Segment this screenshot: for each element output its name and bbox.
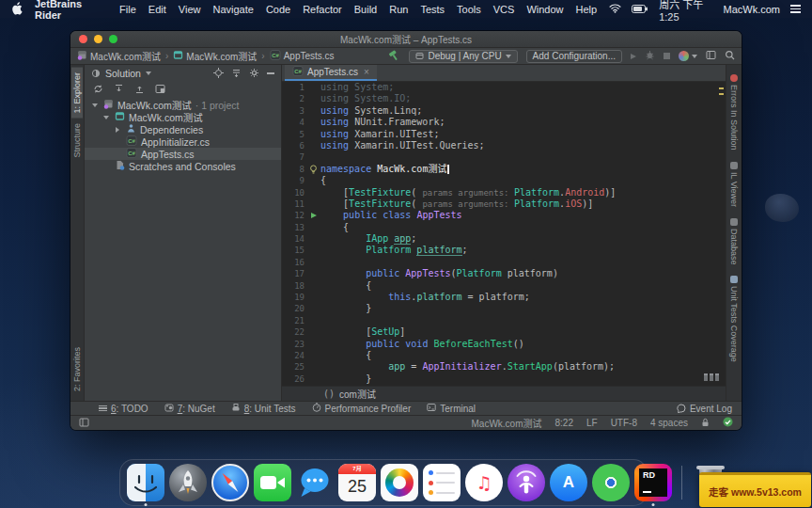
menu-build[interactable]: Build bbox=[354, 4, 377, 15]
dock-finder-icon[interactable] bbox=[127, 464, 164, 501]
window-titlebar[interactable]: MacWk.com测试 – AppTests.cs bbox=[70, 31, 742, 48]
dock-messages-icon[interactable] bbox=[296, 464, 334, 501]
dock-podcasts-icon[interactable] bbox=[508, 464, 545, 501]
search-everywhere-icon[interactable] bbox=[725, 50, 735, 62]
menu-view[interactable]: View bbox=[179, 4, 201, 15]
tab-apptests[interactable]: C# AppTests.cs × bbox=[285, 65, 377, 81]
gutter-slot bbox=[306, 257, 320, 268]
status-item-2[interactable]: LF bbox=[586, 418, 598, 428]
wifi-icon[interactable] bbox=[609, 4, 621, 15]
error-stripe-mark[interactable] bbox=[719, 93, 724, 95]
menu-refactor[interactable]: Refactor bbox=[303, 4, 342, 15]
tool-window-button-unit-tests[interactable]: 8: Unit Tests bbox=[231, 403, 296, 414]
text-cursor bbox=[447, 165, 449, 174]
notification-center-icon[interactable] bbox=[790, 3, 801, 14]
tool-strip-unit-tests-coverage[interactable]: Unit Tests Coverage bbox=[728, 270, 740, 368]
add-configuration-button[interactable]: Add Configuration... bbox=[526, 50, 622, 63]
menu-navigate[interactable]: Navigate bbox=[212, 4, 253, 15]
breadcrumb-item[interactable]: C#AppTests.cs bbox=[270, 50, 335, 62]
locate-file-icon[interactable] bbox=[213, 68, 224, 80]
menu-clock[interactable]: 周六 下午1:25 bbox=[659, 0, 712, 23]
line-number: 6 bbox=[282, 140, 306, 151]
event-log-button[interactable]: Event Log bbox=[677, 404, 732, 414]
menu-site-label[interactable]: MacWk.com bbox=[724, 4, 781, 15]
editor-breadcrumb-item[interactable]: com测试 bbox=[339, 387, 376, 401]
menu-run[interactable]: Run bbox=[389, 4, 408, 15]
refresh-icon[interactable] bbox=[93, 84, 103, 96]
menu-help[interactable]: Help bbox=[576, 4, 598, 15]
menu-tests[interactable]: Tests bbox=[420, 4, 445, 15]
menu-tools[interactable]: Tools bbox=[457, 4, 481, 15]
tool-strip-structure[interactable]: Structure bbox=[71, 119, 83, 163]
dock-rider-icon[interactable]: RD bbox=[634, 464, 672, 501]
tree-row-dependencies[interactable]: Dependencies bbox=[85, 123, 281, 135]
readonly-lock-icon[interactable] bbox=[701, 418, 710, 429]
tool-window-toggle-icon[interactable] bbox=[79, 418, 89, 429]
bulb-gutter-icon[interactable] bbox=[306, 164, 320, 175]
profiler-menu[interactable] bbox=[679, 51, 697, 61]
collapse-all-icon[interactable] bbox=[231, 68, 242, 80]
close-tab-icon[interactable]: × bbox=[364, 67, 369, 77]
stop-button-disabled[interactable] bbox=[664, 53, 670, 59]
breadcrumb-item[interactable]: MacWk.com测试 bbox=[173, 49, 257, 63]
tool-window-button-terminal[interactable]: Terminal bbox=[427, 403, 476, 414]
tree-row-appinitializer-cs[interactable]: C#AppInitializer.cs bbox=[85, 135, 281, 148]
gutter-slot bbox=[306, 361, 320, 373]
editor-breadcrumb-bar: () com测试 bbox=[282, 386, 726, 401]
hide-panel-icon[interactable] bbox=[267, 72, 274, 74]
dock-calendar-icon[interactable]: 7月25 bbox=[338, 464, 376, 501]
battery-icon[interactable] bbox=[632, 4, 648, 15]
menu-vcs[interactable]: VCS bbox=[493, 4, 515, 15]
debug-button-disabled[interactable] bbox=[645, 50, 655, 62]
expand-all-icon[interactable] bbox=[114, 84, 124, 96]
tool-window-button-todo[interactable]: 6: TODO bbox=[99, 404, 148, 414]
tree-row-apptests-cs[interactable]: C#AppTests.cs bbox=[85, 148, 281, 160]
tool-window-button-nuget[interactable]: 7: NuGet bbox=[164, 403, 215, 414]
dock-photos-icon[interactable] bbox=[381, 464, 418, 501]
inspections-status-icon[interactable] bbox=[723, 417, 733, 429]
menu-edit[interactable]: Edit bbox=[148, 4, 166, 15]
tool-strip-il-viewer[interactable]: IL Viewer bbox=[728, 156, 740, 213]
csharp-icon: C# bbox=[126, 135, 137, 148]
menu-file[interactable]: File bbox=[119, 4, 136, 15]
tool-strip-errors-in-solution[interactable]: Errors In Solution bbox=[728, 69, 740, 156]
settings-gear-icon[interactable] bbox=[249, 68, 259, 80]
menu-code[interactable]: Code bbox=[266, 4, 290, 15]
collapse-tree-icon[interactable] bbox=[134, 84, 145, 96]
dock-disc-icon[interactable] bbox=[592, 464, 630, 501]
apple-menu-icon[interactable] bbox=[11, 2, 23, 17]
tool-window-button-performance-profiler[interactable]: Performance Profiler bbox=[312, 403, 412, 414]
play-gutter-icon[interactable] bbox=[306, 210, 320, 221]
dock-facetime-icon[interactable] bbox=[254, 464, 291, 501]
breadcrumb-item[interactable]: MacWk.com测试 bbox=[77, 49, 161, 63]
error-stripe-mark[interactable] bbox=[719, 87, 724, 89]
dock-launchpad-icon[interactable] bbox=[169, 464, 207, 501]
dock-safari-icon[interactable] bbox=[211, 464, 249, 501]
menu-window[interactable]: Window bbox=[526, 4, 563, 15]
tool-windows-icon[interactable] bbox=[706, 50, 716, 62]
tree-row-scratches-and-consoles[interactable]: Scratches and Consoles bbox=[85, 160, 281, 172]
main-area: 1: ExplorerStructure 2: Favorites Soluti… bbox=[70, 65, 742, 401]
dock-reminders-icon[interactable] bbox=[423, 464, 461, 501]
dock-app-store-icon[interactable]: A bbox=[550, 464, 587, 501]
solution-panel-header[interactable]: Solution bbox=[85, 65, 281, 82]
run-configuration-select[interactable]: Debug | Any CPU bbox=[409, 50, 517, 63]
profiler-icon bbox=[679, 51, 689, 61]
tool-strip-1-explorer[interactable]: 1: Explorer bbox=[71, 68, 83, 119]
tool-strip-database[interactable]: Database bbox=[728, 213, 740, 271]
gutter-slot bbox=[306, 129, 320, 140]
status-item-0[interactable]: MacWk.com测试 bbox=[471, 416, 541, 430]
status-item-4[interactable]: 4 spaces bbox=[650, 418, 688, 428]
status-item-3[interactable]: UTF-8 bbox=[611, 418, 637, 428]
panel-layout-icon[interactable] bbox=[155, 84, 165, 96]
dock-music-icon[interactable]: ♫ bbox=[465, 464, 503, 501]
app-menu-title[interactable]: JetBrains Rider bbox=[35, 0, 107, 21]
tool-strip-2-favorites[interactable]: 2: Favorites bbox=[71, 342, 83, 396]
run-button-disabled[interactable] bbox=[631, 54, 636, 59]
build-hammer-icon[interactable] bbox=[388, 49, 400, 63]
tree-row-macwk-com-[interactable]: MacWk.com测试 bbox=[85, 111, 281, 123]
status-item-1[interactable]: 8:22 bbox=[554, 418, 572, 428]
code-text: using NUnit.Framework; bbox=[320, 117, 726, 128]
code-editor[interactable]: 1using System;2using System.IO;3using Sy… bbox=[282, 82, 726, 386]
code-text: Platform platform; bbox=[320, 245, 726, 256]
